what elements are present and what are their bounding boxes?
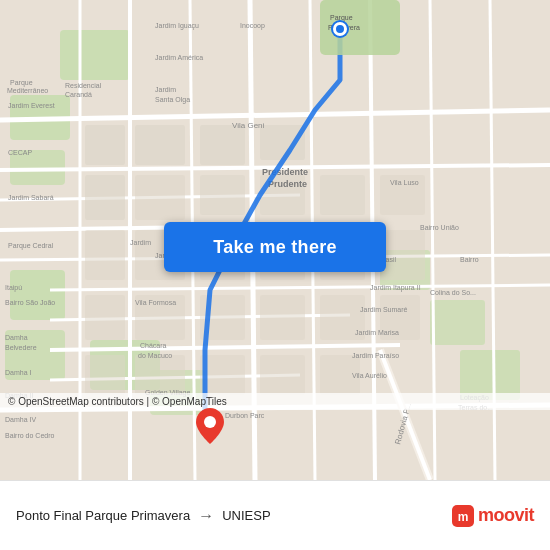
svg-rect-33 bbox=[200, 125, 245, 165]
moovit-text: moovit bbox=[478, 505, 534, 526]
svg-text:Damha: Damha bbox=[5, 334, 28, 341]
route-arrow: → bbox=[198, 507, 214, 525]
svg-text:Colina do So...: Colina do So... bbox=[430, 289, 476, 296]
svg-rect-53 bbox=[85, 355, 125, 395]
svg-text:Carandá: Carandá bbox=[65, 91, 92, 98]
svg-rect-37 bbox=[200, 175, 245, 215]
svg-text:Parque: Parque bbox=[330, 14, 353, 22]
svg-text:Jardim Everest: Jardim Everest bbox=[8, 102, 55, 109]
svg-text:Damha I: Damha I bbox=[5, 369, 32, 376]
take-me-there-label: Take me there bbox=[213, 237, 337, 258]
svg-text:Durbon Parc: Durbon Parc bbox=[225, 412, 265, 419]
route-from: Ponto Final Parque Primavera bbox=[16, 508, 190, 523]
svg-rect-50 bbox=[260, 295, 305, 340]
svg-rect-34 bbox=[260, 125, 305, 160]
svg-text:Santa Olga: Santa Olga bbox=[155, 96, 190, 104]
svg-text:Parque Cedral: Parque Cedral bbox=[8, 242, 54, 250]
map-attribution: © OpenStreetMap contributors | © OpenMap… bbox=[0, 393, 550, 410]
svg-text:Vila Geni: Vila Geni bbox=[232, 121, 265, 130]
svg-text:Jardim Sumaré: Jardim Sumaré bbox=[360, 306, 408, 313]
svg-rect-46 bbox=[380, 230, 425, 280]
svg-text:Jardim Marisa: Jardim Marisa bbox=[355, 329, 399, 336]
route-info: Ponto Final Parque Primavera → UNIESP bbox=[16, 507, 452, 525]
svg-text:Inocoop: Inocoop bbox=[240, 22, 265, 30]
svg-text:Damha IV: Damha IV bbox=[5, 416, 36, 423]
svg-rect-32 bbox=[135, 125, 185, 165]
svg-text:Mediterrâneo: Mediterrâneo bbox=[7, 87, 48, 94]
svg-rect-1 bbox=[60, 30, 130, 80]
svg-rect-47 bbox=[85, 295, 125, 340]
svg-text:Parque: Parque bbox=[10, 79, 33, 87]
svg-text:Jardim Iguaçu: Jardim Iguaçu bbox=[155, 22, 199, 30]
svg-text:Vila Luso: Vila Luso bbox=[390, 179, 419, 186]
map-container[interactable]: Residencial Carandá Parque Mediterrâneo … bbox=[0, 0, 550, 480]
svg-text:Jardim Sabará: Jardim Sabará bbox=[8, 194, 54, 201]
svg-text:Belvedere: Belvedere bbox=[5, 344, 37, 351]
svg-text:do Macuco: do Macuco bbox=[138, 352, 172, 359]
svg-text:Itaipú: Itaipú bbox=[5, 284, 22, 292]
svg-rect-31 bbox=[85, 125, 125, 165]
svg-rect-36 bbox=[135, 175, 185, 220]
moovit-logo: m moovit bbox=[452, 505, 534, 527]
svg-rect-56 bbox=[260, 355, 305, 395]
svg-rect-39 bbox=[320, 175, 365, 215]
svg-rect-41 bbox=[85, 230, 125, 280]
svg-rect-9 bbox=[430, 300, 485, 345]
svg-text:Jardim América: Jardim América bbox=[155, 54, 203, 61]
moovit-icon: m bbox=[452, 505, 474, 527]
svg-text:Jardim: Jardim bbox=[155, 86, 176, 93]
svg-text:CECAP: CECAP bbox=[8, 149, 32, 156]
svg-text:Bairro União: Bairro União bbox=[420, 224, 459, 231]
svg-text:Presidente: Presidente bbox=[262, 167, 308, 177]
svg-text:Vila Aurélio: Vila Aurélio bbox=[352, 372, 387, 379]
svg-text:Prudente: Prudente bbox=[268, 179, 307, 189]
footer: Ponto Final Parque Primavera → UNIESP m … bbox=[0, 480, 550, 550]
svg-text:Jardim: Jardim bbox=[130, 239, 151, 246]
svg-point-105 bbox=[204, 416, 216, 428]
svg-text:m: m bbox=[458, 510, 469, 524]
start-marker bbox=[333, 22, 347, 36]
svg-rect-4 bbox=[10, 270, 65, 320]
svg-text:Bairro: Bairro bbox=[460, 256, 479, 263]
take-me-there-button[interactable]: Take me there bbox=[164, 222, 386, 272]
svg-text:Jardim Paraíso: Jardim Paraíso bbox=[352, 352, 399, 359]
svg-rect-35 bbox=[85, 175, 125, 220]
svg-text:Vila Formosa: Vila Formosa bbox=[135, 299, 176, 306]
svg-text:Chácara: Chácara bbox=[140, 342, 167, 349]
svg-text:Bairro São João: Bairro São João bbox=[5, 299, 55, 306]
svg-text:Jardim Itapura II: Jardim Itapura II bbox=[370, 284, 421, 292]
svg-text:Bairro do Cedro: Bairro do Cedro bbox=[5, 432, 55, 439]
svg-text:Residencial: Residencial bbox=[65, 82, 102, 89]
route-to: UNIESP bbox=[222, 508, 270, 523]
end-marker bbox=[196, 408, 224, 444]
